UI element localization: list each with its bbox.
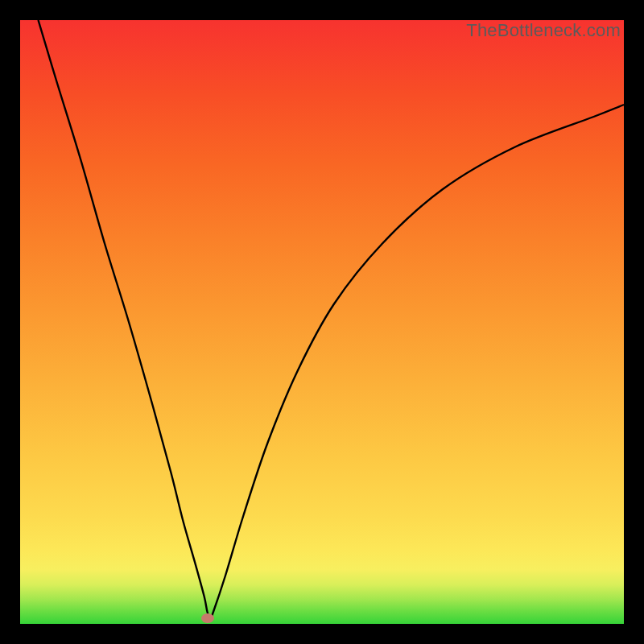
chart-container: TheBottleneck.com bbox=[0, 0, 644, 644]
watermark-label: TheBottleneck.com bbox=[466, 20, 621, 41]
bottleneck-curve bbox=[20, 20, 624, 624]
minimum-marker bbox=[201, 613, 214, 623]
plot-area: TheBottleneck.com bbox=[20, 20, 624, 624]
